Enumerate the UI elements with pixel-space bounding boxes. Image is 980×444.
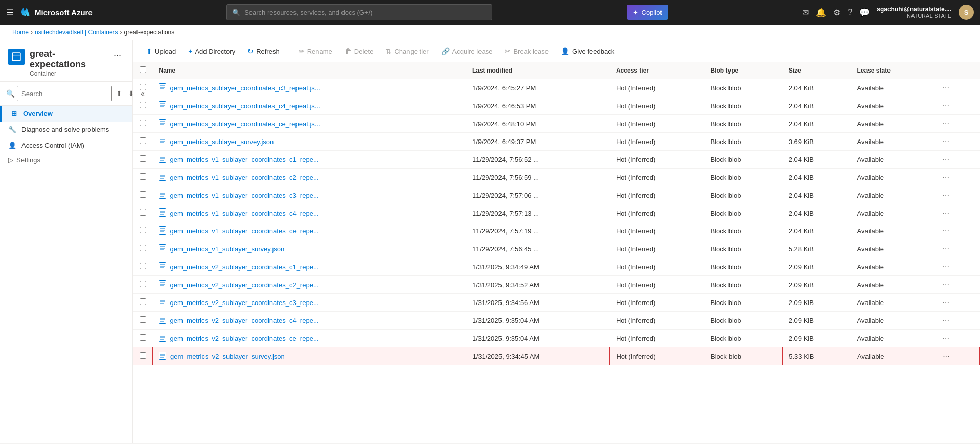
user-avatar[interactable]: S: [959, 5, 974, 20]
file-name-link[interactable]: gem_metrics_v2_sublayer_coordinates_c1_r…: [159, 262, 460, 272]
hamburger-menu[interactable]: ☰: [6, 8, 13, 17]
row-checkbox-13[interactable]: [140, 316, 146, 323]
sidebar-group-settings[interactable]: ▷ Settings: [0, 153, 132, 167]
break-lease-button[interactable]: ✂ Break lease: [499, 44, 554, 58]
row-checkbox-2[interactable]: [140, 120, 146, 126]
breadcrumb-home[interactable]: Home: [12, 29, 29, 36]
delete-button[interactable]: 🗑 Delete: [339, 44, 379, 58]
file-name-link[interactable]: gem_metrics_v2_sublayer_survey.json: [159, 352, 460, 361]
breadcrumb-sep-2: ›: [120, 29, 122, 36]
row-more-button[interactable]: ···: [940, 333, 952, 344]
refresh-button[interactable]: ↻ Refresh: [242, 44, 285, 58]
row-checkbox-1[interactable]: [140, 102, 146, 108]
row-checkbox-cell: [133, 186, 153, 204]
file-name-link[interactable]: gem_metrics_v1_sublayer_survey.json: [159, 244, 460, 254]
container-icon: [8, 49, 25, 65]
row-more-button[interactable]: ···: [940, 243, 952, 254]
row-checkbox-4[interactable]: [140, 155, 146, 162]
file-name-link[interactable]: gem_metrics_v2_sublayer_coordinates_c2_r…: [159, 280, 460, 290]
upload-button[interactable]: ⬆ Upload: [141, 44, 181, 58]
mail-icon[interactable]: ✉: [802, 8, 809, 17]
file-name-link[interactable]: gem_metrics_v1_sublayer_coordinates_c2_r…: [159, 173, 460, 182]
row-more-button[interactable]: ···: [940, 100, 952, 111]
row-more-button[interactable]: ···: [940, 136, 952, 147]
sidebar-search-input[interactable]: [17, 86, 112, 101]
row-more-button[interactable]: ···: [940, 350, 952, 362]
row-name-cell: gem_metrics_v2_sublayer_coordinates_c1_r…: [153, 258, 466, 276]
file-name-link[interactable]: gem_metrics_v1_sublayer_coordinates_c4_r…: [159, 208, 460, 218]
file-name-link[interactable]: gem_metrics_v1_sublayer_coordinates_ce_r…: [159, 226, 460, 236]
row-checkbox-cell: [133, 115, 153, 133]
row-checkbox-cell: [133, 240, 153, 258]
row-more-button[interactable]: ···: [940, 315, 952, 326]
row-more-button[interactable]: ···: [940, 82, 952, 94]
row-more-button[interactable]: ···: [940, 207, 952, 219]
resource-more-button[interactable]: ···: [110, 49, 124, 61]
row-checkbox-0[interactable]: [140, 84, 146, 90]
row-checkbox-9[interactable]: [140, 245, 146, 251]
row-more-button[interactable]: ···: [940, 279, 952, 290]
row-modified: 1/31/2025, 9:34:56 AM: [466, 294, 610, 312]
row-checkbox-10[interactable]: [140, 263, 146, 269]
row-checkbox-11[interactable]: [140, 281, 146, 287]
file-icon: [159, 298, 166, 308]
copilot-button[interactable]: ✦ Copilot: [627, 5, 668, 20]
row-more-button[interactable]: ···: [940, 118, 952, 129]
file-name-link[interactable]: gem_metrics_v2_sublayer_coordinates_c3_r…: [159, 298, 460, 308]
settings-icon[interactable]: ⚙: [833, 8, 840, 17]
sidebar-item-iam[interactable]: 👤 Access Control (IAM): [0, 137, 132, 153]
row-checkbox-6[interactable]: [140, 191, 146, 198]
file-name-link[interactable]: gem_metrics_sublayer_coordinates_c3_repe…: [159, 83, 460, 93]
row-checkbox-7[interactable]: [140, 209, 146, 216]
row-checkbox-14[interactable]: [140, 334, 146, 341]
sidebar-nav-prev[interactable]: ⬆: [114, 87, 124, 100]
give-feedback-button[interactable]: 👤 Give feedback: [556, 44, 620, 58]
row-name-cell: gem_metrics_sublayer_coordinates_ce_repe…: [153, 115, 466, 133]
file-name-link[interactable]: gem_metrics_v2_sublayer_coordinates_ce_r…: [159, 334, 460, 343]
row-more-button[interactable]: ···: [940, 172, 952, 183]
th-modified: Last modified: [466, 62, 610, 79]
row-size: 2.09 KiB: [783, 258, 851, 276]
sidebar-item-overview[interactable]: ⊞ Overview: [0, 106, 132, 122]
notifications-icon[interactable]: 🔔: [816, 8, 826, 17]
breadcrumb-containers[interactable]: nsiitechdevadlsetl | Containers: [35, 29, 118, 36]
add-directory-button[interactable]: + Add Directory: [183, 44, 240, 58]
change-tier-button[interactable]: ⇅ Change tier: [380, 44, 434, 58]
global-search-bar[interactable]: 🔍 Search resources, services, and docs (…: [226, 4, 492, 20]
row-checkbox-3[interactable]: [140, 137, 146, 144]
file-icon: [159, 208, 166, 218]
file-icon: [159, 137, 166, 147]
file-name-link[interactable]: gem_metrics_sublayer_coordinates_ce_repe…: [159, 119, 460, 129]
select-all-checkbox[interactable]: [140, 66, 146, 73]
row-more-button[interactable]: ···: [940, 261, 952, 272]
file-name-link[interactable]: gem_metrics_v2_sublayer_coordinates_c4_r…: [159, 316, 460, 325]
row-checkbox-8[interactable]: [140, 227, 146, 233]
row-name-cell: gem_metrics_v2_sublayer_coordinates_ce_r…: [153, 330, 466, 347]
row-checkbox-15[interactable]: [140, 352, 146, 359]
row-checkbox-cell: [133, 330, 153, 347]
row-checkbox-12[interactable]: [140, 298, 146, 305]
row-name-cell: gem_metrics_v2_sublayer_coordinates_c3_r…: [153, 294, 466, 312]
feedback-icon[interactable]: 💬: [859, 8, 870, 17]
row-checkbox-5[interactable]: [140, 173, 146, 180]
file-name-link[interactable]: gem_metrics_v1_sublayer_coordinates_c1_r…: [159, 155, 460, 165]
row-more-button[interactable]: ···: [940, 154, 952, 165]
row-lease: Available: [851, 347, 933, 365]
resource-header: great-expectations Container ···: [0, 40, 132, 82]
file-name-link[interactable]: gem_metrics_v1_sublayer_coordinates_c3_r…: [159, 191, 460, 200]
row-more-button[interactable]: ···: [940, 190, 952, 201]
file-name-link[interactable]: gem_metrics_sublayer_coordinates_c4_repe…: [159, 101, 460, 111]
row-modified: 1/31/2025, 9:34:45 AM: [466, 347, 610, 365]
acquire-lease-button[interactable]: 🔗 Acquire lease: [436, 44, 498, 58]
rename-button[interactable]: ✏ Rename: [293, 44, 337, 58]
help-icon[interactable]: ?: [848, 8, 852, 17]
row-more-button[interactable]: ···: [940, 297, 952, 308]
row-modified: 1/9/2024, 6:45:27 PM: [466, 79, 610, 97]
file-name-link[interactable]: gem_metrics_sublayer_survey.json: [159, 137, 460, 147]
row-more-button[interactable]: ···: [940, 225, 952, 237]
user-profile[interactable]: sgachuhi@naturalstate.... NATURAL STATE: [877, 6, 951, 19]
row-modified: 1/31/2025, 9:34:52 AM: [466, 276, 610, 294]
row-name-cell: gem_metrics_v1_sublayer_coordinates_c3_r…: [153, 186, 466, 204]
sidebar-item-diagnose[interactable]: 🔧 Diagnose and solve problems: [0, 122, 132, 137]
delete-label: Delete: [354, 48, 374, 55]
